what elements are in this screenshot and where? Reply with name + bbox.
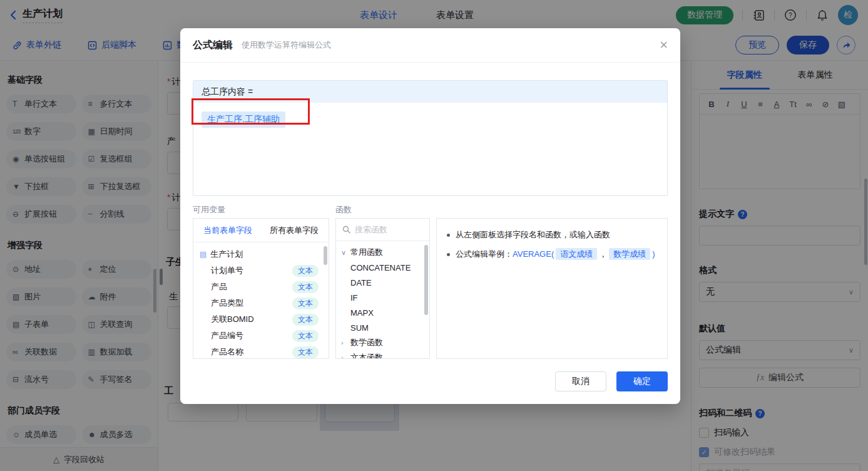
modal-title: 公式编辑: [193, 39, 233, 52]
type-badge: 文本: [292, 298, 319, 309]
variable-item[interactable]: 产品编号文本: [193, 328, 329, 344]
function-group-common[interactable]: ∨常用函数: [336, 245, 429, 260]
search-icon: [342, 225, 350, 234]
formula-editor-area: 总工序内容 = 生产工序.工序辅助: [193, 80, 668, 196]
example-arg-token: 数学成绩: [609, 248, 650, 260]
bullet-icon: [447, 253, 450, 256]
cancel-button[interactable]: 取消: [555, 371, 606, 391]
functions-panel: ∨常用函数 CONCATENATE DATE IF MAPX SUM ›数学函数…: [335, 218, 430, 359]
tab-current-form-fields[interactable]: 当前表单字段: [203, 225, 252, 236]
formula-input-area[interactable]: 生产工序.工序辅助: [193, 103, 667, 137]
type-badge: 文本: [292, 314, 319, 326]
help-text-2: 公式编辑举例：AVERAGE(语文成绩，数学成绩): [456, 249, 655, 260]
chevron-collapsed-icon: ›: [341, 354, 347, 359]
function-item-if[interactable]: IF: [336, 290, 429, 305]
tab-all-form-fields[interactable]: 所有表单字段: [270, 225, 319, 236]
variable-item[interactable]: 产品文本: [193, 279, 329, 295]
type-badge: 文本: [292, 265, 319, 277]
function-group-text[interactable]: ›文本函数: [336, 350, 429, 359]
type-badge: 文本: [292, 330, 319, 342]
type-badge: 文本: [292, 346, 319, 358]
modal-subtitle: 使用数学运算符编辑公式: [242, 39, 331, 51]
close-icon[interactable]: ×: [660, 38, 668, 52]
example-arg-token: 语文成绩: [556, 248, 597, 260]
chevron-collapsed-icon: ›: [341, 339, 347, 346]
function-item-sum[interactable]: SUM: [336, 320, 429, 335]
document-icon: ▤: [200, 250, 207, 259]
functions-scrollbar[interactable]: [424, 245, 428, 315]
variables-panel: 当前表单字段 所有表单字段 ▤ 生产计划 计划单号文本 产品文本 产品类型文本 …: [193, 218, 329, 359]
function-item-concatenate[interactable]: CONCATENATE: [336, 260, 429, 275]
variable-item[interactable]: 计划单号文本: [193, 262, 329, 279]
variable-item[interactable]: 关联BOMID文本: [193, 311, 329, 328]
function-item-date[interactable]: DATE: [336, 275, 429, 290]
search-functions-input[interactable]: [355, 225, 423, 234]
variables-scrollbar[interactable]: [324, 246, 327, 265]
variable-item[interactable]: 产品名称文本: [193, 344, 329, 359]
tree-root-form[interactable]: ▤ 生产计划: [193, 246, 329, 262]
formula-target-label: 总工序内容 =: [193, 81, 667, 103]
confirm-button[interactable]: 确定: [616, 371, 668, 391]
variable-item[interactable]: 产品类型文本: [193, 295, 329, 311]
bullet-icon: [447, 234, 450, 237]
example-function-name: AVERAGE(: [513, 249, 554, 259]
functions-section-label: 函数: [335, 204, 352, 215]
formula-field-token[interactable]: 生产工序.工序辅助: [202, 111, 285, 128]
function-group-math[interactable]: ›数学函数: [336, 335, 429, 350]
formula-help-panel: 从左侧面板选择字段名和函数，或输入函数 公式编辑举例：AVERAGE(语文成绩，…: [436, 218, 668, 359]
help-text-1: 从左侧面板选择字段名和函数，或输入函数: [456, 229, 610, 241]
chevron-expanded-icon: ∨: [341, 249, 347, 257]
type-badge: 文本: [292, 281, 319, 293]
function-item-mapx[interactable]: MAPX: [336, 305, 429, 320]
formula-editor-modal: 公式编辑 使用数学运算符编辑公式 × 总工序内容 = 生产工序.工序辅助 可用变…: [180, 28, 680, 404]
variables-section-label: 可用变量: [193, 204, 225, 215]
